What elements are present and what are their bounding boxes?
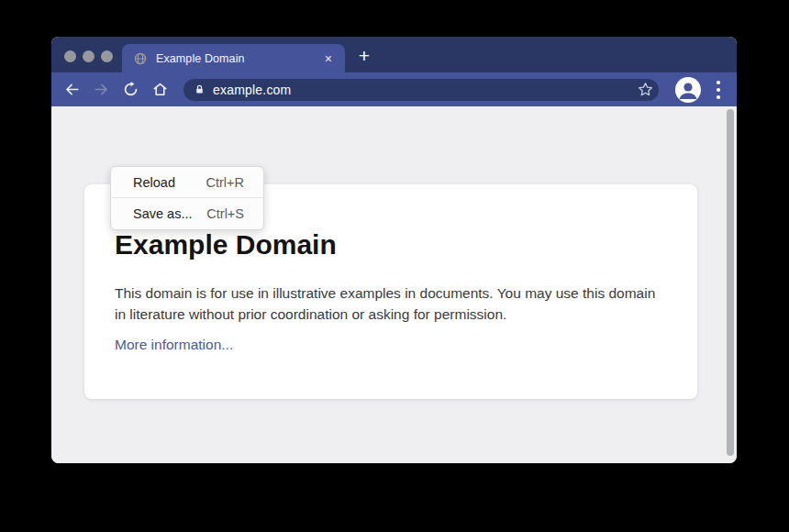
kebab-menu-icon bbox=[713, 78, 724, 102]
menu-item-reload[interactable]: Reload Ctrl+R bbox=[111, 167, 263, 198]
back-button[interactable] bbox=[61, 80, 82, 100]
back-arrow-icon bbox=[63, 81, 81, 98]
tab-example-domain[interactable]: Example Domain × bbox=[122, 44, 345, 72]
more-information-link[interactable]: More information... bbox=[115, 337, 233, 353]
close-window-button[interactable] bbox=[64, 50, 76, 62]
forward-button[interactable] bbox=[91, 80, 111, 100]
menu-item-shortcut: Ctrl+R bbox=[206, 175, 245, 190]
zoom-window-button[interactable] bbox=[101, 50, 113, 62]
profile-button[interactable] bbox=[674, 76, 702, 104]
window-controls bbox=[64, 50, 113, 62]
new-tab-button[interactable]: + bbox=[352, 44, 376, 68]
page-paragraph: This domain is for use in illustrative e… bbox=[115, 283, 656, 325]
url-text: example.com bbox=[213, 83, 291, 97]
page-viewport: Example Domain This domain is for use in… bbox=[51, 106, 737, 463]
lock-icon[interactable] bbox=[194, 83, 206, 95]
context-menu: Reload Ctrl+R Save as... Ctrl+S bbox=[110, 166, 264, 230]
page-title: Example Domain bbox=[115, 230, 664, 260]
titlebar: Example Domain × + bbox=[51, 37, 737, 72]
menu-item-label: Save as... bbox=[133, 206, 192, 221]
home-icon bbox=[151, 81, 169, 98]
browser-window: Example Domain × + bbox=[51, 37, 737, 463]
screen-background: Example Domain × + bbox=[0, 0, 789, 532]
reload-icon bbox=[122, 81, 139, 98]
menu-item-shortcut: Ctrl+S bbox=[206, 206, 244, 221]
browser-menu-button[interactable] bbox=[713, 78, 724, 102]
menu-item-label: Reload bbox=[133, 175, 175, 190]
avatar-icon bbox=[674, 76, 702, 104]
reload-button[interactable] bbox=[120, 80, 140, 100]
home-button[interactable] bbox=[150, 80, 170, 100]
globe-favicon-icon bbox=[134, 52, 147, 65]
menu-item-save-as[interactable]: Save as... Ctrl+S bbox=[111, 198, 263, 229]
address-bar[interactable]: example.com bbox=[183, 79, 659, 101]
toolbar: example.com bbox=[51, 72, 737, 106]
minimize-window-button[interactable] bbox=[83, 50, 94, 62]
star-icon bbox=[637, 81, 654, 98]
vertical-scrollbar[interactable] bbox=[727, 109, 734, 456]
tab-close-icon[interactable]: × bbox=[321, 50, 336, 67]
tab-title: Example Domain bbox=[156, 52, 321, 65]
bookmark-button[interactable] bbox=[635, 80, 655, 100]
forward-arrow-icon bbox=[93, 81, 110, 98]
